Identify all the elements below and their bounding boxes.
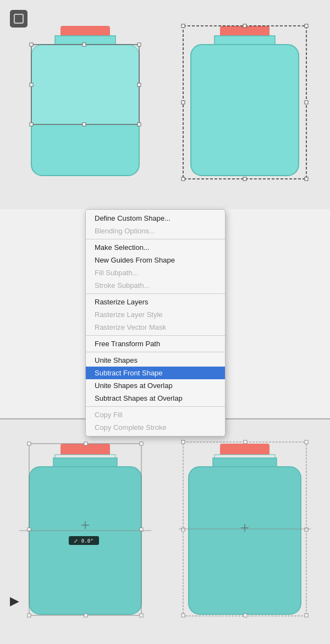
- menu-item-define-custom-shape[interactable]: Define Custom Shape...: [86, 212, 225, 225]
- menu-separator: [86, 239, 225, 239]
- menu-item-copy-complete-stroke: Copy Complete Stroke: [86, 421, 225, 434]
- jar-left-svg: [19, 14, 151, 184]
- handle-tr: [138, 43, 141, 46]
- arrow-tool-icon[interactable]: ▶: [10, 594, 19, 608]
- menu-item-stroke-subpath: Stroke Subpath...: [86, 279, 225, 292]
- tr-handle-mr: [305, 528, 308, 531]
- bot-jar-right-body: [189, 467, 301, 614]
- dhandle-ml: [182, 101, 185, 104]
- t-handle-br: [140, 614, 143, 617]
- jar-left-highlight: [31, 45, 139, 124]
- tr-handle-ml: [182, 528, 185, 531]
- t-handle-tr: [140, 442, 143, 445]
- menu-item-subtract-front-shape[interactable]: Subtract Front Shape: [86, 367, 225, 379]
- move-indicator-text: ⤢ 0.0°: [74, 538, 93, 544]
- bottom-jar-left-svg: ⤢ 0.0°: [19, 438, 151, 625]
- jar-right-body: [191, 45, 299, 176]
- context-menu: Define Custom Shape...Blending Options..…: [85, 209, 226, 436]
- bottom-jar-right-container: [179, 438, 311, 625]
- t-handle-bc: [84, 614, 87, 617]
- tr-handle-bl: [182, 614, 185, 617]
- tr-handle-tr: [305, 440, 308, 444]
- bottom-jar-left-container: ⤢ 0.0°: [19, 438, 151, 625]
- bot-jar-right-lid: [220, 444, 270, 456]
- bottom-jar-right-svg: [179, 438, 311, 625]
- menu-item-fill-subpath: Fill Subpath...: [86, 266, 225, 279]
- dhandle-bc: [243, 177, 246, 181]
- handle-bl: [30, 123, 33, 126]
- bottom-canvas-section: ▶: [0, 419, 330, 644]
- jar-left-lid: [61, 26, 110, 37]
- menu-item-unite-shapes-at-overlap[interactable]: Unite Shapes at Overlap: [86, 379, 225, 392]
- menu-item-subtract-shapes-overlap[interactable]: Subtract Shapes at Overlap: [86, 392, 225, 405]
- top-canvas-section: [0, 0, 330, 209]
- dhandle-br: [305, 177, 308, 181]
- tr-handle-bc: [244, 614, 247, 617]
- jar-left-container: [19, 14, 151, 195]
- menu-item-new-guides-from-shape[interactable]: New Guides From Shape: [86, 254, 225, 266]
- menu-separator: [86, 406, 225, 407]
- dhandle-tr: [305, 24, 308, 28]
- dhandle-tc: [243, 24, 246, 28]
- dhandle-bl: [182, 177, 185, 181]
- t-handle-bl: [28, 614, 31, 617]
- tr-handle-br: [305, 614, 308, 617]
- menu-item-free-transform-path[interactable]: Free Transform Path: [86, 337, 225, 350]
- menu-separator: [86, 335, 225, 336]
- menu-separator: [86, 352, 225, 352]
- handle-br: [138, 123, 141, 126]
- dhandle-mr: [305, 101, 308, 104]
- menu-item-rasterize-vector-mask: Rasterize Vector Mask: [86, 321, 225, 334]
- t-handle-tc: [84, 442, 87, 445]
- menu-item-copy-fill: Copy Fill: [86, 408, 225, 421]
- menu-item-rasterize-layers[interactable]: Rasterize Layers: [86, 296, 225, 308]
- tr-handle-tc: [244, 440, 247, 444]
- jar-right-container: [179, 14, 311, 195]
- menu-item-make-selection[interactable]: Make Selection...: [86, 241, 225, 254]
- menu-item-rasterize-layer-style: Rasterize Layer Style: [86, 308, 225, 321]
- menu-item-blending-options: Blending Options...: [86, 225, 225, 237]
- t-handle-tl: [28, 442, 31, 445]
- menu-item-unite-shapes[interactable]: Unite Shapes: [86, 354, 225, 367]
- menu-separator: [86, 293, 225, 294]
- jar-right-svg: [179, 14, 311, 184]
- dhandle-tl: [182, 24, 185, 28]
- handle-mr: [138, 83, 141, 86]
- handle-tc: [82, 43, 86, 46]
- tr-handle-tl: [182, 440, 185, 444]
- handle-tl: [30, 43, 33, 46]
- handle-bc: [82, 123, 86, 126]
- handle-ml: [30, 83, 33, 86]
